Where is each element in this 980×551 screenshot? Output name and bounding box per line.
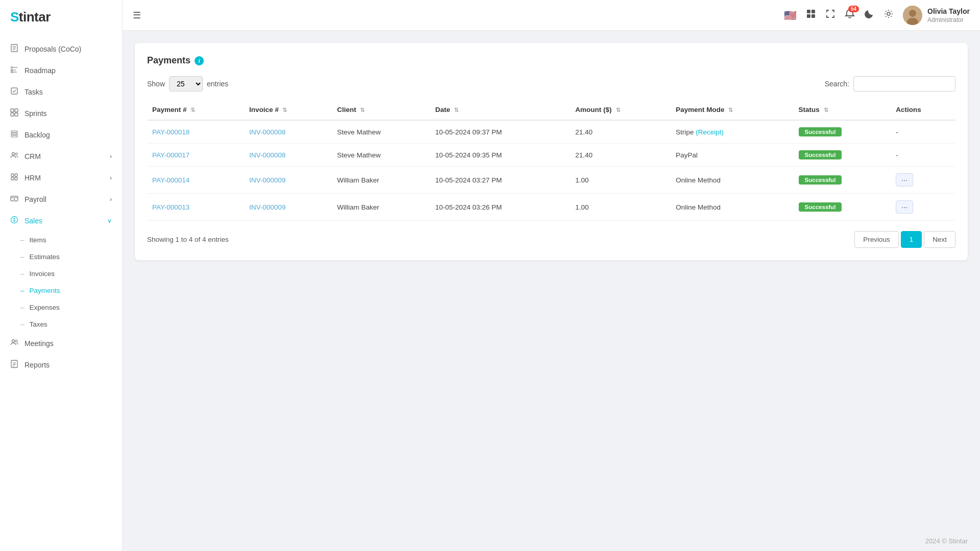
actions-button-2[interactable]: ··· bbox=[896, 173, 913, 187]
invoice-no-cell-2[interactable]: INV-000009 bbox=[244, 167, 332, 194]
proposals-icon bbox=[10, 44, 18, 54]
dark-mode-icon[interactable] bbox=[864, 9, 874, 21]
footer: 2024 © Stintar bbox=[123, 531, 980, 551]
sort-date-icon: ⇅ bbox=[454, 107, 459, 113]
payroll-chevron-icon: › bbox=[110, 196, 112, 203]
info-icon[interactable]: i bbox=[195, 56, 204, 65]
col-payment-no[interactable]: Payment # ⇅ bbox=[147, 100, 244, 120]
sidebar-item-sales[interactable]: Sales ∨ bbox=[0, 210, 122, 232]
logo: Stintar bbox=[0, 0, 122, 34]
logo-text: Stintar bbox=[10, 9, 51, 25]
sidebar-subitem-estimates[interactable]: Estimates bbox=[0, 248, 122, 265]
svg-rect-22 bbox=[11, 177, 14, 180]
actions-cell-3[interactable]: ··· bbox=[891, 194, 955, 221]
sidebar-item-payroll[interactable]: Payroll › bbox=[0, 189, 122, 210]
pagination-controls: Previous 1 Next bbox=[854, 231, 955, 248]
client-cell-0: Steve Mathew bbox=[332, 120, 430, 144]
svg-rect-38 bbox=[811, 10, 815, 13]
amount-cell-3: 1.00 bbox=[570, 194, 671, 221]
sales-chevron-icon: ∨ bbox=[107, 217, 112, 224]
sidebar-item-crm[interactable]: CRM › bbox=[0, 146, 122, 167]
svg-rect-14 bbox=[15, 113, 18, 116]
sidebar-item-tasks-label: Tasks bbox=[25, 88, 43, 96]
actions-button-3[interactable]: ··· bbox=[896, 200, 913, 214]
sidebar-item-crm-label: CRM bbox=[25, 152, 41, 160]
sort-payment-no-icon: ⇅ bbox=[190, 107, 195, 113]
sidebar-item-proposals[interactable]: Proposals (CoCo) bbox=[0, 38, 122, 60]
col-invoice-no[interactable]: Invoice # ⇅ bbox=[244, 100, 332, 120]
payment-no-cell-3[interactable]: PAY-000013 bbox=[147, 194, 244, 221]
sidebar-item-hrm[interactable]: HRM › bbox=[0, 167, 122, 189]
col-client[interactable]: Client ⇅ bbox=[332, 100, 430, 120]
sidebar-subitem-expenses-label: Expenses bbox=[30, 304, 60, 311]
payroll-icon bbox=[10, 194, 18, 204]
col-date[interactable]: Date ⇅ bbox=[430, 100, 570, 120]
fullscreen-icon[interactable] bbox=[825, 9, 835, 21]
svg-rect-13 bbox=[11, 113, 14, 116]
page-1-button[interactable]: 1 bbox=[901, 231, 922, 248]
svg-rect-10 bbox=[11, 88, 17, 94]
sidebar-item-meetings-label: Meetings bbox=[25, 339, 54, 348]
invoice-no-cell-0[interactable]: INV-000008 bbox=[244, 120, 332, 144]
crm-icon bbox=[10, 151, 18, 162]
col-status[interactable]: Status ⇅ bbox=[794, 100, 891, 120]
sidebar-subitem-payments[interactable]: Payments bbox=[0, 282, 122, 299]
col-payment-mode[interactable]: Payment Mode ⇅ bbox=[671, 100, 793, 120]
showing-text: Showing 1 to 4 of 4 entries bbox=[147, 236, 229, 243]
date-cell-0: 10-05-2024 09:37 PM bbox=[430, 120, 570, 144]
sidebar-item-meetings[interactable]: Meetings bbox=[0, 333, 122, 354]
sidebar-subitem-taxes-label: Taxes bbox=[30, 320, 47, 328]
user-profile[interactable]: Olivia Taylor Administrator bbox=[903, 6, 970, 25]
svg-point-43 bbox=[909, 10, 916, 17]
sidebar-item-tasks[interactable]: Tasks bbox=[0, 81, 122, 103]
settings-gear-icon[interactable] bbox=[883, 9, 894, 21]
table-controls: Show 10 25 50 100 entries Search: bbox=[147, 76, 955, 91]
sort-status-icon: ⇅ bbox=[824, 107, 828, 113]
payment-no-cell-2[interactable]: PAY-000014 bbox=[147, 167, 244, 194]
menu-toggle-icon[interactable]: ☰ bbox=[133, 10, 141, 21]
actions-cell-2[interactable]: ··· bbox=[891, 167, 955, 194]
sidebar-item-hrm-label: HRM bbox=[25, 174, 41, 182]
payment-no-cell-1[interactable]: PAY-000017 bbox=[147, 144, 244, 167]
sidebar-item-sprints[interactable]: Sprints bbox=[0, 103, 122, 124]
svg-rect-37 bbox=[807, 10, 810, 13]
svg-point-32 bbox=[15, 340, 17, 342]
actions-cell-1: - bbox=[891, 144, 955, 167]
crm-chevron-icon: › bbox=[110, 153, 112, 160]
grid-icon[interactable] bbox=[806, 9, 816, 21]
status-badge: Successful bbox=[799, 202, 842, 212]
show-label: Show bbox=[147, 80, 165, 88]
sidebar-item-reports[interactable]: Reports bbox=[0, 354, 122, 376]
sort-amount-icon: ⇅ bbox=[616, 107, 620, 113]
payment-no-cell-0[interactable]: PAY-000018 bbox=[147, 120, 244, 144]
invoice-no-cell-3[interactable]: INV-000009 bbox=[244, 194, 332, 221]
sidebar-subitem-taxes[interactable]: Taxes bbox=[0, 316, 122, 333]
notification-bell-icon[interactable]: 54 bbox=[845, 9, 855, 21]
invoice-no-cell-1[interactable]: INV-000008 bbox=[244, 144, 332, 167]
sidebar-subitem-expenses[interactable]: Expenses bbox=[0, 299, 122, 316]
svg-rect-17 bbox=[11, 135, 17, 137]
receipt-link-0[interactable]: (Receipt) bbox=[696, 128, 724, 136]
notification-badge: 54 bbox=[848, 6, 859, 12]
col-amount[interactable]: Amount ($) ⇅ bbox=[570, 100, 671, 120]
sidebar-item-roadmap[interactable]: Roadmap bbox=[0, 60, 122, 81]
sidebar-subitem-items-label: Items bbox=[30, 236, 46, 244]
previous-button[interactable]: Previous bbox=[854, 231, 899, 248]
next-button[interactable]: Next bbox=[924, 231, 955, 248]
sidebar-item-backlog[interactable]: Backlog bbox=[0, 124, 122, 146]
card-header: Payments i bbox=[147, 55, 955, 66]
sidebar-subitem-invoices-label: Invoices bbox=[30, 270, 55, 278]
sidebar-subitem-items[interactable]: Items bbox=[0, 232, 122, 248]
sidebar-subitem-payments-label: Payments bbox=[30, 287, 60, 294]
sidebar: Stintar Proposals (CoCo) Roadmap Tasks bbox=[0, 0, 123, 551]
entries-per-page-select[interactable]: 10 25 50 100 bbox=[169, 76, 203, 91]
sidebar-subitem-invoices[interactable]: Invoices bbox=[0, 265, 122, 282]
amount-cell-1: 21.40 bbox=[570, 144, 671, 167]
svg-rect-16 bbox=[11, 133, 17, 135]
status-cell-1: Successful bbox=[794, 144, 891, 167]
footer-text: 2024 © Stintar bbox=[925, 537, 968, 545]
search-input[interactable] bbox=[853, 76, 955, 91]
user-text: Olivia Taylor Administrator bbox=[927, 7, 970, 23]
language-flag-icon[interactable]: 🇺🇸 bbox=[784, 9, 797, 21]
content-area: Payments i Show 10 25 50 100 entries Sea… bbox=[123, 31, 980, 531]
